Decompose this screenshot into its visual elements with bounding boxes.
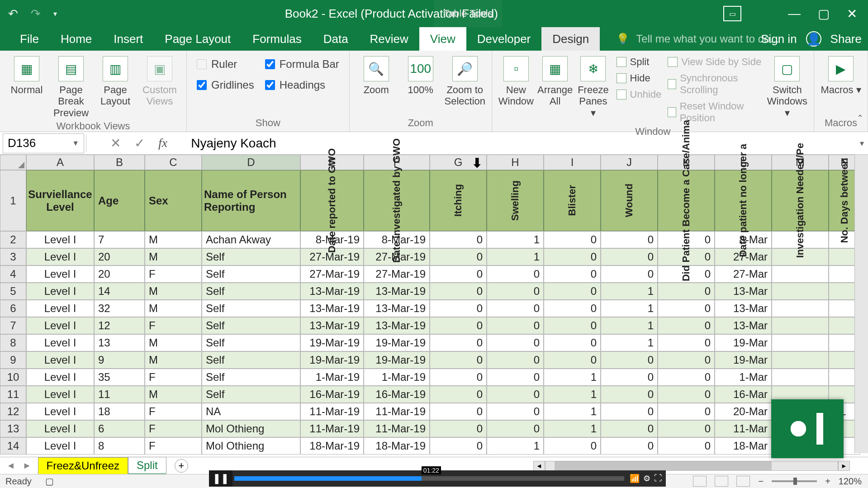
tab-insert[interactable]: Insert	[103, 27, 154, 51]
cell[interactable]: Self	[202, 369, 300, 386]
enter-formula-icon[interactable]: ✓	[134, 136, 145, 151]
cell[interactable]: 0	[430, 317, 487, 334]
scroll-right-icon[interactable]: ►	[838, 461, 850, 471]
formula-input[interactable]	[186, 136, 855, 151]
cell[interactable]: 6	[94, 420, 145, 437]
col-header-C[interactable]: C	[145, 155, 202, 170]
cell[interactable]: 20	[94, 265, 145, 283]
cell[interactable]: Self	[202, 300, 300, 317]
cell[interactable]: 16-Mar-19	[364, 386, 430, 403]
cell[interactable]: 0	[430, 386, 487, 403]
cell[interactable]: NA	[202, 403, 300, 420]
insert-function-icon[interactable]: fx	[158, 136, 173, 151]
cell[interactable]: 0	[430, 334, 487, 351]
cell[interactable]: 13-Mar-19	[364, 283, 430, 300]
cell[interactable]: M	[145, 334, 202, 351]
cell[interactable]: 11-Mar-19	[364, 403, 430, 420]
cell[interactable]: Level I	[26, 317, 94, 334]
tab-view[interactable]: View	[419, 27, 466, 51]
view-side-by-side-button[interactable]: View Side by Side	[668, 56, 763, 68]
row-header[interactable]: 12	[0, 403, 26, 420]
cell[interactable]: Self	[202, 265, 300, 283]
cell[interactable]: F	[145, 437, 202, 455]
cell[interactable]: 0	[430, 437, 487, 455]
cell[interactable]: 11	[94, 386, 145, 403]
row-header-1[interactable]: 1	[0, 170, 26, 231]
col-header-D[interactable]: D	[202, 155, 300, 170]
cell[interactable]: 11-Mar-19	[364, 420, 430, 437]
cell[interactable]: 19-Mar-19	[300, 334, 364, 351]
row-header[interactable]: 11	[0, 386, 26, 403]
cell[interactable]: 14	[94, 283, 145, 300]
col-header-B[interactable]: B	[94, 155, 145, 170]
col-header-I[interactable]: I	[544, 155, 601, 170]
col-header-H[interactable]: H	[487, 155, 544, 170]
page-break-statusbar-button[interactable]	[736, 476, 750, 487]
cell[interactable]: 8	[94, 437, 145, 455]
cell[interactable]: 0	[601, 403, 658, 420]
cell[interactable]: 11-Mar	[715, 420, 772, 437]
table-header[interactable]: Date patient no longer a	[715, 170, 772, 231]
row-header[interactable]: 8	[0, 334, 26, 351]
cell[interactable]: 0	[658, 420, 715, 437]
cell[interactable]: 0	[544, 437, 601, 455]
cell[interactable]: 1	[601, 334, 658, 351]
cell[interactable]: 0	[487, 351, 544, 369]
cell[interactable]: Mol Othieng	[202, 420, 300, 437]
cell[interactable]: F	[145, 369, 202, 386]
cell[interactable]: F	[145, 403, 202, 420]
cell[interactable]: 0	[658, 437, 715, 455]
tab-formulas[interactable]: Formulas	[242, 27, 312, 51]
switch-windows-button[interactable]: ▢Switch Windows ▾	[767, 53, 807, 118]
cell[interactable]: Level I	[26, 403, 94, 420]
cell[interactable]: 18-Mar-19	[364, 437, 430, 455]
cell[interactable]: 13-Mar-19	[300, 283, 364, 300]
cell[interactable]: 13-Mar-19	[300, 317, 364, 334]
collapse-ribbon-icon[interactable]: ⌃	[857, 113, 863, 123]
cell[interactable]: 0	[601, 351, 658, 369]
cell[interactable]: 0	[544, 334, 601, 351]
fullscreen-icon[interactable]: ⛶	[654, 474, 662, 483]
maximize-icon[interactable]: ▢	[818, 6, 830, 21]
cell[interactable]: M	[145, 300, 202, 317]
cell[interactable]	[772, 369, 829, 386]
macros-button[interactable]: ▶Macros ▾	[821, 53, 861, 95]
cell[interactable]	[772, 265, 829, 283]
cell[interactable]: 0	[430, 369, 487, 386]
minimize-icon[interactable]: —	[788, 6, 801, 21]
cell[interactable]: 19-Mar-19	[364, 351, 430, 369]
cell[interactable]: 13-Mar-19	[364, 300, 430, 317]
cell[interactable]: 11-Mar-19	[300, 420, 364, 437]
cell[interactable]: 0	[487, 369, 544, 386]
cell[interactable]: 0	[601, 437, 658, 455]
volume-icon[interactable]: 📶	[630, 474, 640, 483]
cell[interactable]: 0	[658, 386, 715, 403]
cell[interactable]: 13-Mar	[715, 317, 772, 334]
row-header[interactable]: 5	[0, 283, 26, 300]
cell[interactable]: 0	[487, 300, 544, 317]
cell[interactable]: F	[145, 420, 202, 437]
tab-design[interactable]: Design	[541, 27, 600, 51]
sheet-tab-split[interactable]: Split	[128, 457, 166, 475]
tab-data[interactable]: Data	[313, 27, 359, 51]
table-header[interactable]: Blister	[544, 170, 601, 231]
cell[interactable]	[772, 300, 829, 317]
cell[interactable]: Self	[202, 334, 300, 351]
cell[interactable]: 1	[601, 317, 658, 334]
video-progress[interactable]: 01:22	[234, 476, 624, 481]
cell[interactable]: 0	[430, 351, 487, 369]
cell[interactable]: M	[145, 283, 202, 300]
cell[interactable]: 1-Mar	[715, 369, 772, 386]
cell[interactable]: 0	[430, 420, 487, 437]
cell[interactable]: 16-Mar-19	[300, 386, 364, 403]
cell[interactable]: 0	[487, 317, 544, 334]
cell[interactable]: 0	[658, 351, 715, 369]
tab-review[interactable]: Review	[359, 27, 419, 51]
name-box[interactable]: D136 ▼	[3, 133, 84, 153]
cell[interactable]: 20-Mar	[715, 403, 772, 420]
table-header[interactable]: Itching	[430, 170, 487, 231]
table-header[interactable]: Date reported to GWO	[300, 170, 364, 231]
cell[interactable]: 13-Mar-19	[300, 300, 364, 317]
cell[interactable]: 13-Mar	[715, 283, 772, 300]
gridlines-checkbox[interactable]: Gridlines	[197, 79, 254, 91]
